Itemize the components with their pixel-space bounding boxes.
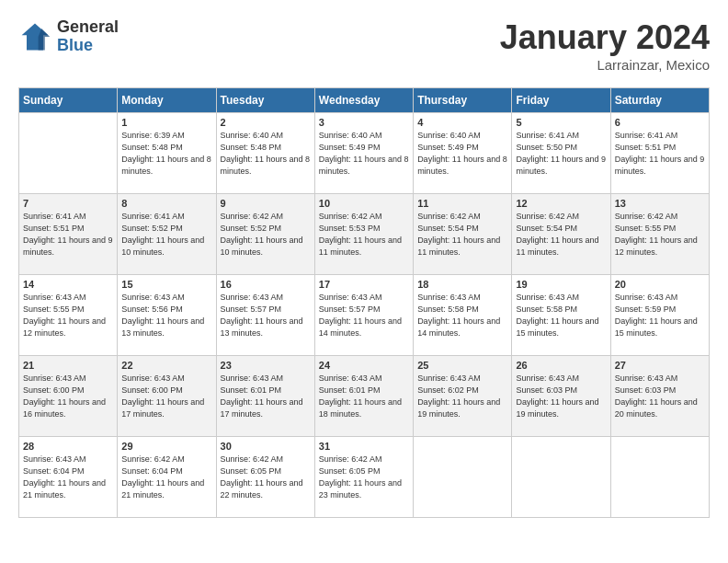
day-info: Sunrise: 6:43 AM Sunset: 5:57 PM Dayligh… — [221, 292, 311, 339]
title-block: January 2024 Larrainzar, Mexico — [500, 18, 710, 73]
day-info: Sunrise: 6:40 AM Sunset: 5:49 PM Dayligh… — [319, 130, 409, 178]
day-info: Sunrise: 6:43 AM Sunset: 5:57 PM Dayligh… — [319, 292, 409, 339]
calendar-cell: 29Sunrise: 6:42 AM Sunset: 6:04 PM Dayli… — [118, 437, 216, 518]
day-number: 1 — [121, 117, 211, 128]
calendar-cell: 17Sunrise: 6:43 AM Sunset: 5:57 PM Dayli… — [314, 275, 413, 356]
day-info: Sunrise: 6:42 AM Sunset: 6:04 PM Dayligh… — [121, 454, 211, 501]
day-info: Sunrise: 6:43 AM Sunset: 6:00 PM Dayligh… — [121, 373, 211, 420]
day-number: 8 — [121, 198, 211, 209]
day-number: 31 — [319, 441, 409, 452]
calendar-cell: 18Sunrise: 6:43 AM Sunset: 5:58 PM Dayli… — [414, 275, 512, 356]
calendar-cell: 8Sunrise: 6:41 AM Sunset: 5:52 PM Daylig… — [118, 194, 216, 275]
day-number: 13 — [615, 198, 705, 209]
day-info: Sunrise: 6:42 AM Sunset: 5:54 PM Dayligh… — [516, 211, 606, 259]
calendar-cell: 11Sunrise: 6:42 AM Sunset: 5:54 PM Dayli… — [414, 194, 512, 275]
day-info: Sunrise: 6:43 AM Sunset: 5:58 PM Dayligh… — [417, 292, 507, 339]
location-subtitle: Larrainzar, Mexico — [500, 57, 710, 73]
day-number: 15 — [121, 279, 211, 290]
day-number: 3 — [319, 117, 409, 128]
calendar-week-row: 7Sunrise: 6:41 AM Sunset: 5:51 PM Daylig… — [19, 194, 710, 275]
month-title: January 2024 — [500, 18, 710, 57]
calendar-cell: 31Sunrise: 6:42 AM Sunset: 6:05 PM Dayli… — [314, 437, 413, 518]
calendar-header-row: SundayMondayTuesdayWednesdayThursdayFrid… — [19, 88, 710, 113]
day-number: 9 — [221, 198, 311, 209]
day-number: 14 — [23, 279, 113, 290]
calendar-week-row: 14Sunrise: 6:43 AM Sunset: 5:55 PM Dayli… — [19, 275, 710, 356]
logo-text: General Blue — [57, 18, 119, 55]
day-number: 29 — [121, 441, 211, 452]
day-info: Sunrise: 6:43 AM Sunset: 6:02 PM Dayligh… — [417, 373, 507, 420]
day-info: Sunrise: 6:41 AM Sunset: 5:50 PM Dayligh… — [516, 130, 606, 178]
day-info: Sunrise: 6:39 AM Sunset: 5:48 PM Dayligh… — [121, 130, 211, 178]
calendar-cell: 24Sunrise: 6:43 AM Sunset: 6:01 PM Dayli… — [314, 356, 413, 437]
calendar-cell: 16Sunrise: 6:43 AM Sunset: 5:57 PM Dayli… — [216, 275, 314, 356]
day-info: Sunrise: 6:40 AM Sunset: 5:49 PM Dayligh… — [417, 130, 507, 178]
day-number: 25 — [417, 360, 507, 371]
calendar-cell — [610, 437, 709, 518]
calendar-cell — [19, 113, 118, 194]
day-info: Sunrise: 6:43 AM Sunset: 5:55 PM Dayligh… — [23, 292, 113, 339]
day-number: 23 — [221, 360, 311, 371]
day-info: Sunrise: 6:43 AM Sunset: 6:01 PM Dayligh… — [221, 373, 311, 420]
day-number: 28 — [23, 441, 113, 452]
day-info: Sunrise: 6:43 AM Sunset: 5:59 PM Dayligh… — [615, 292, 705, 339]
day-number: 26 — [516, 360, 606, 371]
day-info: Sunrise: 6:41 AM Sunset: 5:52 PM Dayligh… — [121, 211, 211, 259]
calendar-table: SundayMondayTuesdayWednesdayThursdayFrid… — [18, 87, 710, 518]
day-number: 10 — [319, 198, 409, 209]
day-number: 18 — [417, 279, 507, 290]
calendar-cell — [512, 437, 610, 518]
day-number: 19 — [516, 279, 606, 290]
day-number: 17 — [319, 279, 409, 290]
calendar-week-row: 21Sunrise: 6:43 AM Sunset: 6:00 PM Dayli… — [19, 356, 710, 437]
calendar-cell: 25Sunrise: 6:43 AM Sunset: 6:02 PM Dayli… — [414, 356, 512, 437]
day-info: Sunrise: 6:43 AM Sunset: 5:58 PM Dayligh… — [516, 292, 606, 339]
calendar-cell: 12Sunrise: 6:42 AM Sunset: 5:54 PM Dayli… — [512, 194, 610, 275]
calendar-cell: 3Sunrise: 6:40 AM Sunset: 5:49 PM Daylig… — [314, 113, 413, 194]
calendar-cell: 26Sunrise: 6:43 AM Sunset: 6:03 PM Dayli… — [512, 356, 610, 437]
calendar-cell: 22Sunrise: 6:43 AM Sunset: 6:00 PM Dayli… — [118, 356, 216, 437]
day-info: Sunrise: 6:43 AM Sunset: 6:04 PM Dayligh… — [23, 454, 113, 501]
day-number: 30 — [221, 441, 311, 452]
day-of-week-header: Sunday — [19, 88, 118, 113]
calendar-cell: 23Sunrise: 6:43 AM Sunset: 6:01 PM Dayli… — [216, 356, 314, 437]
day-info: Sunrise: 6:42 AM Sunset: 6:05 PM Dayligh… — [319, 454, 409, 501]
day-info: Sunrise: 6:42 AM Sunset: 5:53 PM Dayligh… — [319, 211, 409, 259]
calendar-cell: 20Sunrise: 6:43 AM Sunset: 5:59 PM Dayli… — [610, 275, 709, 356]
calendar-cell — [414, 437, 512, 518]
calendar-week-row: 1Sunrise: 6:39 AM Sunset: 5:48 PM Daylig… — [19, 113, 710, 194]
day-of-week-header: Saturday — [610, 88, 709, 113]
page-header: General Blue January 2024 Larrainzar, Me… — [18, 18, 710, 73]
day-info: Sunrise: 6:43 AM Sunset: 5:56 PM Dayligh… — [121, 292, 211, 339]
day-info: Sunrise: 6:42 AM Sunset: 5:55 PM Dayligh… — [615, 211, 705, 259]
day-number: 24 — [319, 360, 409, 371]
day-of-week-header: Thursday — [414, 88, 512, 113]
calendar-cell: 9Sunrise: 6:42 AM Sunset: 5:52 PM Daylig… — [216, 194, 314, 275]
calendar-cell: 6Sunrise: 6:41 AM Sunset: 5:51 PM Daylig… — [610, 113, 709, 194]
calendar-cell: 13Sunrise: 6:42 AM Sunset: 5:55 PM Dayli… — [610, 194, 709, 275]
day-number: 27 — [615, 360, 705, 371]
calendar-cell: 1Sunrise: 6:39 AM Sunset: 5:48 PM Daylig… — [118, 113, 216, 194]
day-number: 20 — [615, 279, 705, 290]
calendar-cell: 7Sunrise: 6:41 AM Sunset: 5:51 PM Daylig… — [19, 194, 118, 275]
day-info: Sunrise: 6:43 AM Sunset: 6:00 PM Dayligh… — [23, 373, 113, 420]
day-of-week-header: Tuesday — [216, 88, 314, 113]
day-info: Sunrise: 6:41 AM Sunset: 5:51 PM Dayligh… — [615, 130, 705, 178]
day-info: Sunrise: 6:41 AM Sunset: 5:51 PM Dayligh… — [23, 211, 113, 259]
day-number: 22 — [121, 360, 211, 371]
day-of-week-header: Friday — [512, 88, 610, 113]
day-number: 6 — [615, 117, 705, 128]
day-number: 16 — [221, 279, 311, 290]
day-number: 2 — [221, 117, 311, 128]
calendar-cell: 2Sunrise: 6:40 AM Sunset: 5:48 PM Daylig… — [216, 113, 314, 194]
logo-icon — [18, 20, 51, 53]
day-info: Sunrise: 6:42 AM Sunset: 5:52 PM Dayligh… — [221, 211, 311, 259]
logo-general-text: General — [57, 18, 119, 37]
day-info: Sunrise: 6:43 AM Sunset: 6:01 PM Dayligh… — [319, 373, 409, 420]
day-number: 12 — [516, 198, 606, 209]
day-number: 7 — [23, 198, 113, 209]
calendar-cell: 19Sunrise: 6:43 AM Sunset: 5:58 PM Dayli… — [512, 275, 610, 356]
logo: General Blue — [18, 18, 119, 55]
calendar-cell: 5Sunrise: 6:41 AM Sunset: 5:50 PM Daylig… — [512, 113, 610, 194]
calendar-week-row: 28Sunrise: 6:43 AM Sunset: 6:04 PM Dayli… — [19, 437, 710, 518]
